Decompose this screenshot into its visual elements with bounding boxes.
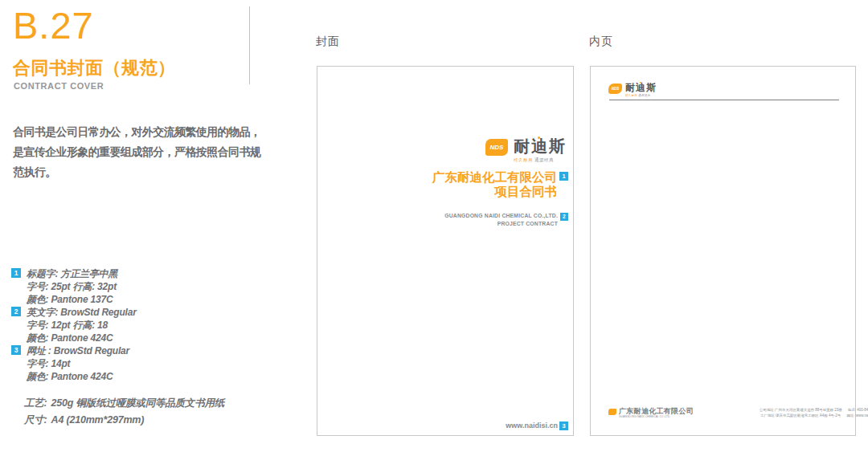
spec-marker-2: 2 — [11, 307, 21, 316]
logo-badge-icon — [608, 409, 616, 415]
spec-2-color: 颜色: Pantone 424C — [27, 332, 137, 344]
spec-item-2: 2 英文字: BrowStd Regular 字号: 12pt 行高: 18 颜… — [11, 306, 137, 344]
note-size-label: 尺寸: — [24, 414, 47, 426]
letterhead-rule — [609, 100, 839, 100]
footer-company-cn: 广东耐迪化工有限公司 — [619, 408, 713, 415]
logo-badge-icon: NDS — [608, 83, 622, 94]
letterhead-footer: 广东耐迪化工有限公司 GUANGDONG NAIDI CHEMICAL CO.,… — [608, 408, 839, 421]
page-title: 合同书封面（规范） — [13, 56, 176, 80]
inner-page-mockup: NDS 耐迪斯 经久耐用 通源经典 广东耐迪化工有限公司 GUANGDONG N… — [590, 66, 856, 436]
logo-accent-dot-icon — [538, 136, 540, 139]
note-size-value: A4 (210mm*297mm) — [51, 414, 145, 426]
logo-name: 耐迪斯 — [514, 137, 567, 155]
cover-english-block: GUANGDONG NAIDI CHEMICAL CO.,LTD. 2 PROJ… — [444, 212, 568, 228]
spec-1-color: 颜色: Pantone 137C — [27, 293, 117, 306]
spec-3-font: 网址 : BrowStd Regular — [27, 344, 129, 357]
spec-3-size: 字号: 14pt — [27, 357, 129, 370]
spec-3-color: 颜色: Pantone 424C — [27, 370, 129, 383]
cover-website: www.naidisi.cn — [506, 421, 558, 430]
spec-item-3: 3 网址 : BrowStd Regular 字号: 14pt 颜色: Pant… — [11, 344, 129, 383]
footer-website: 网址: www.naidisi.cn — [846, 413, 868, 417]
logo-accent-dot-icon — [640, 82, 641, 83]
cover-section-label: 封面 — [316, 35, 340, 49]
footer-company-block: 广东耐迪化工有限公司 GUANGDONG NAIDI CHEMICAL CO.,… — [608, 408, 713, 420]
spec-2-size: 字号: 12pt 行高: 18 — [27, 319, 137, 332]
note-craft-value: 250g 铜版纸过哑膜或同等品质文书用纸 — [51, 397, 224, 409]
section-code: B.27 — [13, 3, 94, 47]
cover-title-line2: 项目合同书 — [495, 185, 558, 198]
footer-address-2: 工厂地址:肇庆市高新区耐迪化工园区 A4栋 4号-2号 — [760, 413, 841, 417]
logo-tagline: 经久耐用 通源经典 — [514, 157, 567, 163]
cover-en-line2: PROJECT CONTRACT — [497, 221, 558, 226]
cover-title-block: 广东耐迪化工有限公司 1 项目合同书 — [432, 170, 568, 199]
spec-marker-3: 3 — [11, 345, 21, 355]
spec-2-font: 英文字: BrowStd Regular — [27, 306, 137, 319]
spec-1-size: 字号: 25pt 行高: 32pt — [27, 280, 117, 293]
note-craft: 工艺:250g 铜版纸过哑膜或同等品质文书用纸 — [24, 397, 224, 410]
brand-logo: NDS 耐迪斯 经久耐用 通源经典 — [485, 137, 567, 163]
footer-address-1: 公司地址:广州市天河区黄埔大道西 88号创意园 23楼 — [760, 408, 842, 412]
cover-en-line1: GUANGDONG NAIDI CHEMICAL CO.,LTD. — [444, 213, 558, 218]
logo-name: 耐迪斯 — [625, 83, 669, 93]
description-text: 合同书是公司日常办公，对外交流频繁使用的物品，是宣传企业形象的重要组成部分，严格… — [13, 122, 264, 182]
note-size: 尺寸:A4 (210mm*297mm) — [24, 413, 144, 427]
cover-page-mockup: NDS 耐迪斯 经久耐用 通源经典 广东耐迪化工有限公司 1 项目合同书 — [317, 66, 574, 436]
cover-website-block: www.naidisi.cn 3 — [506, 421, 568, 430]
callout-marker-1: 1 — [559, 172, 568, 181]
footer-contact-block: 公司地址:广州市天河区黄埔大道西 88号创意园 23楼电话: 400-848-4… — [760, 408, 868, 417]
footer-company-en: GUANGDONG NAIDI CHEMICAL CO.,LTD. — [619, 415, 670, 417]
callout-marker-3: 3 — [559, 421, 568, 430]
page-subtitle: CONTRACT COVER — [14, 81, 104, 91]
note-craft-label: 工艺: — [24, 397, 47, 409]
spec-1-font: 标题字: 方正兰亭中黑 — [27, 267, 117, 280]
vi-manual-page: B.27 合同书封面（规范） CONTRACT COVER 合同书是公司日常办公… — [0, 0, 868, 452]
footer-phone: 电话: 400-848-4938 — [848, 408, 868, 412]
spec-marker-1: 1 — [11, 268, 21, 278]
cover-title-line1: 广东耐迪化工有限公司 — [432, 170, 557, 184]
inner-section-label: 内页 — [589, 35, 613, 49]
brand-logo-small: NDS 耐迪斯 经久耐用 通源经典 — [608, 83, 669, 101]
spec-item-1: 1 标题字: 方正兰亭中黑 字号: 25pt 行高: 32pt 颜色: Pant… — [11, 267, 117, 306]
logo-tagline: 经久耐用 通源经典 — [625, 94, 650, 98]
vertical-divider — [249, 6, 250, 84]
logo-badge-icon: NDS — [485, 139, 508, 156]
